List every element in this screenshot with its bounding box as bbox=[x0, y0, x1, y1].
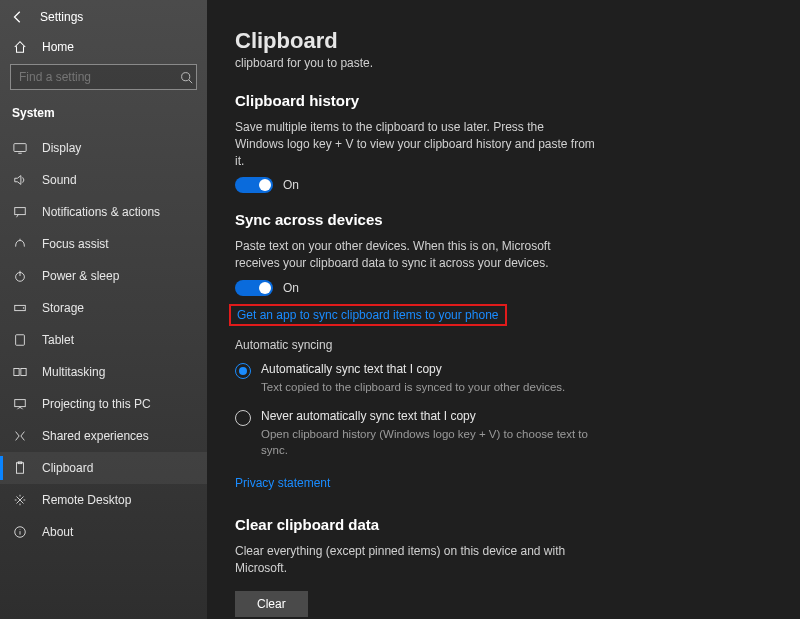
sidebar-item-label: Power & sleep bbox=[42, 269, 119, 283]
section-clear: Clear clipboard data bbox=[235, 516, 772, 533]
svg-rect-9 bbox=[21, 369, 26, 376]
radio-never-sync-label: Never automatically sync text that I cop… bbox=[261, 409, 601, 423]
sidebar-item-label: Notifications & actions bbox=[42, 205, 160, 219]
app-title: Settings bbox=[40, 10, 83, 24]
sidebar-item-label: Multitasking bbox=[42, 365, 105, 379]
sidebar-item-label: Display bbox=[42, 141, 81, 155]
privacy-statement-link[interactable]: Privacy statement bbox=[235, 476, 330, 490]
svg-rect-11 bbox=[17, 463, 24, 474]
power-icon bbox=[12, 269, 28, 283]
page-title: Clipboard bbox=[235, 28, 772, 54]
clear-button[interactable]: Clear bbox=[235, 591, 308, 617]
sidebar-item-clipboard[interactable]: Clipboard bbox=[0, 452, 207, 484]
sidebar-item-about[interactable]: About bbox=[0, 516, 207, 548]
search-input[interactable] bbox=[11, 70, 177, 84]
clear-description: Clear everything (except pinned items) o… bbox=[235, 543, 595, 577]
radio-never-sync-desc: Open clipboard history (Windows logo key… bbox=[261, 426, 601, 458]
section-heading: System bbox=[8, 104, 199, 132]
sidebar-item-projecting[interactable]: Projecting to this PC bbox=[0, 388, 207, 420]
sync-toggle-state: On bbox=[283, 281, 299, 295]
focus-assist-icon bbox=[12, 237, 28, 251]
sound-icon bbox=[12, 173, 28, 187]
tablet-icon bbox=[12, 333, 28, 347]
sidebar-item-sound[interactable]: Sound bbox=[0, 164, 207, 196]
svg-rect-10 bbox=[15, 400, 26, 407]
sidebar-item-multitasking[interactable]: Multitasking bbox=[0, 356, 207, 388]
radio-never-sync[interactable] bbox=[235, 410, 251, 426]
main-content: Clipboard clipboard for you to paste. Cl… bbox=[207, 0, 800, 619]
home-icon bbox=[12, 40, 28, 54]
svg-rect-2 bbox=[14, 144, 26, 152]
sidebar-item-remote-desktop[interactable]: Remote Desktop bbox=[0, 484, 207, 516]
sidebar-item-label: Focus assist bbox=[42, 237, 109, 251]
about-icon bbox=[12, 525, 28, 539]
history-toggle-state: On bbox=[283, 178, 299, 192]
sidebar-item-display[interactable]: Display bbox=[0, 132, 207, 164]
radio-auto-sync-label: Automatically sync text that I copy bbox=[261, 362, 565, 376]
sidebar-item-label: About bbox=[42, 525, 73, 539]
radio-auto-sync-desc: Text copied to the clipboard is synced t… bbox=[261, 379, 565, 395]
svg-rect-8 bbox=[14, 369, 19, 376]
sidebar-item-notifications[interactable]: Notifications & actions bbox=[0, 196, 207, 228]
sidebar-item-tablet[interactable]: Tablet bbox=[0, 324, 207, 356]
sidebar-item-label: Remote Desktop bbox=[42, 493, 131, 507]
svg-rect-3 bbox=[15, 208, 26, 215]
sync-description: Paste text on your other devices. When t… bbox=[235, 238, 595, 272]
radio-auto-sync[interactable] bbox=[235, 363, 251, 379]
svg-rect-7 bbox=[16, 335, 25, 346]
history-description: Save multiple items to the clipboard to … bbox=[235, 119, 595, 169]
home-link[interactable]: Home bbox=[8, 34, 199, 64]
sidebar-item-label: Clipboard bbox=[42, 461, 93, 475]
search-icon bbox=[177, 71, 196, 84]
svg-point-1 bbox=[182, 72, 190, 80]
shared-experiences-icon bbox=[12, 429, 28, 443]
multitasking-icon bbox=[12, 365, 28, 379]
sidebar-item-label: Storage bbox=[42, 301, 84, 315]
auto-sync-heading: Automatic syncing bbox=[235, 338, 772, 352]
remote-desktop-icon bbox=[12, 493, 28, 507]
sidebar: Settings Home System Display Sound bbox=[0, 0, 207, 619]
svg-point-6 bbox=[23, 307, 24, 308]
notifications-icon bbox=[12, 205, 28, 219]
sync-toggle[interactable] bbox=[235, 280, 273, 296]
search-box[interactable] bbox=[10, 64, 197, 90]
annotation-highlight: Get an app to sync clipboard items to yo… bbox=[229, 304, 507, 326]
sidebar-item-label: Tablet bbox=[42, 333, 74, 347]
get-app-link[interactable]: Get an app to sync clipboard items to yo… bbox=[237, 308, 499, 322]
storage-icon bbox=[12, 301, 28, 315]
sidebar-item-label: Sound bbox=[42, 173, 77, 187]
sidebar-nav: Display Sound Notifications & actions Fo… bbox=[0, 132, 207, 548]
back-button[interactable] bbox=[10, 10, 26, 24]
section-clipboard-history: Clipboard history bbox=[235, 92, 772, 109]
sidebar-item-shared-experiences[interactable]: Shared experiences bbox=[0, 420, 207, 452]
sidebar-item-storage[interactable]: Storage bbox=[0, 292, 207, 324]
sidebar-item-power-sleep[interactable]: Power & sleep bbox=[0, 260, 207, 292]
home-label: Home bbox=[42, 40, 74, 54]
sidebar-item-label: Shared experiences bbox=[42, 429, 149, 443]
sidebar-item-label: Projecting to this PC bbox=[42, 397, 151, 411]
projecting-icon bbox=[12, 397, 28, 411]
history-toggle[interactable] bbox=[235, 177, 273, 193]
sidebar-item-focus-assist[interactable]: Focus assist bbox=[0, 228, 207, 260]
display-icon bbox=[12, 141, 28, 155]
clipboard-icon bbox=[12, 461, 28, 475]
page-subtitle: clipboard for you to paste. bbox=[235, 56, 772, 70]
section-sync: Sync across devices bbox=[235, 211, 772, 228]
